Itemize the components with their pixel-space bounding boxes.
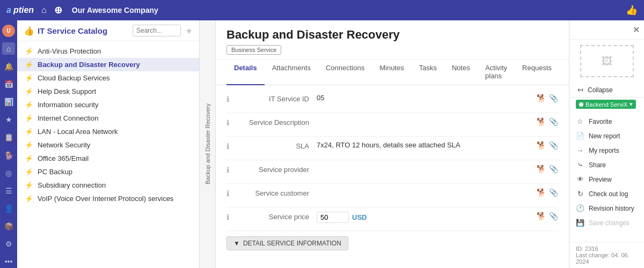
collapse-icon: ↤: [576, 86, 584, 94]
rail-chart-icon[interactable]: 📊: [2, 96, 15, 108]
catalog-item-icon: ⚡: [25, 114, 33, 122]
vertical-tab-label[interactable]: Backup and Disaster Recovery: [204, 103, 211, 184]
catalog-search-input[interactable]: [133, 25, 181, 36]
field-link-icon[interactable]: 🐕: [537, 117, 546, 126]
field-info-icon[interactable]: ℹ: [226, 118, 237, 127]
catalog-item[interactable]: ⚡PC Backup: [17, 165, 199, 178]
catalog-item[interactable]: ⚡Backup and Disaster Recovery: [17, 58, 199, 71]
collapse-action[interactable]: ↤ Collapse: [569, 83, 644, 98]
catalog-item-icon: ⚡: [25, 87, 33, 95]
rail-calendar-icon[interactable]: 📅: [2, 78, 15, 90]
catalog-title: 👍 IT Service Catalog: [24, 26, 128, 36]
right-panel: ✕ 🖼 ↤ Collapse Backend ServiX ▾ ☆Favorit…: [569, 20, 644, 268]
rp-action-my-reports[interactable]: →My reports: [569, 143, 644, 158]
tab-details[interactable]: Details: [226, 59, 265, 85]
meta-change: Last change: 04. 06. 2024: [576, 252, 638, 265]
price-input[interactable]: [317, 212, 349, 223]
catalog-item[interactable]: ⚡Subsidiary connection: [17, 178, 199, 192]
field-link-icon[interactable]: 🐕: [537, 94, 546, 102]
catalog-item[interactable]: ⚡LAN - Local Area Network: [17, 125, 199, 138]
catalog-item-label: Subsidiary connection: [38, 181, 106, 189]
rp-action-icon: 💾: [576, 219, 584, 227]
top-nav: aptien ⌂ ⊕ Our Awesome Company 👍: [0, 0, 644, 20]
tab-requests[interactable]: Requests: [515, 59, 559, 85]
field-label: SLA: [241, 141, 317, 150]
rail-box-icon[interactable]: 📦: [2, 220, 15, 233]
field-info-icon[interactable]: ℹ: [226, 189, 237, 198]
rp-action-label: Revision history: [589, 205, 634, 212]
close-button[interactable]: ✕: [633, 25, 640, 35]
tab-tasks[interactable]: Tasks: [412, 59, 444, 85]
field-attach-icon[interactable]: 📎: [549, 94, 558, 102]
catalog-item-label: Cloud Backup Services: [38, 74, 109, 82]
logo: aptien: [6, 5, 34, 15]
field-value-area: [317, 117, 532, 130]
collapse-label: Collapse: [588, 86, 613, 94]
rail-star-icon[interactable]: ★: [2, 114, 15, 126]
catalog-item[interactable]: ⚡Network Security: [17, 138, 199, 152]
field-value-area: 7x24, RTO 12 hours, details see attached…: [317, 141, 532, 154]
field-attach-icon[interactable]: 📎: [549, 188, 558, 197]
field-value: 05: [317, 94, 324, 102]
catalog-title-text: IT Service Catalog: [38, 26, 107, 35]
rail-list-icon[interactable]: ☰: [2, 184, 15, 197]
tab-minutes[interactable]: Minutes: [372, 59, 412, 85]
catalog-item-icon: ⚡: [25, 168, 33, 176]
field-attach-icon[interactable]: 📎: [549, 212, 558, 220]
rp-action-new-report[interactable]: 📄New report: [569, 129, 644, 143]
field-info-icon[interactable]: ℹ: [226, 166, 237, 174]
rail-bell-icon[interactable]: 🔔: [2, 60, 15, 72]
catalog-item-icon: ⚡: [25, 141, 33, 149]
field-link-icon[interactable]: 🐕: [537, 212, 546, 220]
tab-activity-plans[interactable]: Activity plans: [478, 59, 515, 85]
rp-action-share[interactable]: ⤷Share: [569, 158, 644, 172]
icon-rail: U ⌂ 🔔 📅 📊 ★ 📋 🐕 ◎ ☰ 👤 📦 ⚙ •••: [0, 20, 17, 268]
catalog-item-icon: ⚡: [25, 154, 33, 162]
rail-more-icon[interactable]: •••: [2, 256, 15, 268]
home-icon[interactable]: ⌂: [41, 5, 47, 15]
field-info-icon[interactable]: ℹ: [226, 213, 237, 221]
field-attach-icon[interactable]: 📎: [549, 165, 558, 173]
catalog-item[interactable]: ⚡Information security: [17, 98, 199, 111]
detail-service-button[interactable]: ▼DETAIL SERVICE INFORMATION: [226, 236, 348, 250]
rail-doc-icon[interactable]: 📋: [2, 131, 15, 144]
rail-home-icon[interactable]: ⌂: [2, 42, 15, 55]
tab-attachments[interactable]: Attachments: [265, 59, 318, 85]
backend-label: Backend ServiX: [586, 101, 627, 108]
field-info-icon[interactable]: ℹ: [226, 95, 237, 103]
catalog-item[interactable]: ⚡Internet Connection: [17, 111, 199, 125]
catalog-header: 👍 IT Service Catalog ★: [17, 20, 199, 41]
user-avatar[interactable]: U: [2, 25, 15, 37]
rp-action-favorite[interactable]: ☆Favorite: [569, 114, 644, 129]
field-value-area: [317, 165, 532, 177]
field-info-icon[interactable]: ℹ: [226, 142, 237, 151]
rp-action-preview[interactable]: 👁Preview: [569, 172, 644, 187]
rail-dog-icon[interactable]: 🐕: [2, 149, 15, 161]
rp-action-label: New report: [589, 132, 620, 140]
rp-action-label: Save changes: [589, 219, 630, 227]
rp-action-revision-history[interactable]: 🕐Revision history: [569, 201, 644, 215]
catalog-item[interactable]: ⚡Help Desk Support: [17, 85, 199, 98]
field-link-icon[interactable]: 🐕: [537, 165, 546, 173]
field-link-icon[interactable]: 🐕: [537, 141, 546, 150]
catalog-star-icon[interactable]: ★: [185, 26, 193, 36]
field-label: Service Description: [241, 117, 317, 126]
rail-settings-icon[interactable]: ⚙: [2, 238, 15, 250]
tab-connections[interactable]: Connections: [318, 59, 372, 85]
catalog-item[interactable]: ⚡Anti-Virus Protection: [17, 44, 199, 58]
rail-person-icon[interactable]: 👤: [2, 202, 15, 214]
rail-circle-icon[interactable]: ◎: [2, 167, 15, 179]
rp-action-check-out-log[interactable]: ↻Check out log: [569, 187, 644, 201]
tab-notes[interactable]: Notes: [444, 59, 478, 85]
catalog-item[interactable]: ⚡Cloud Backup Services: [17, 71, 199, 85]
business-service-badge: Business Service: [226, 45, 281, 55]
image-placeholder: 🖼: [580, 45, 634, 77]
field-attach-icon[interactable]: 📎: [549, 117, 558, 126]
add-icon[interactable]: ⊕: [54, 4, 62, 16]
backend-badge[interactable]: Backend ServiX ▾: [576, 100, 636, 109]
field-attach-icon[interactable]: 📎: [549, 141, 558, 150]
catalog-item[interactable]: ⚡Office 365/Email: [17, 152, 199, 165]
catalog-item[interactable]: ⚡VoIP (Voice Over Internet Protocol) ser…: [17, 192, 199, 205]
price-unit: USD: [352, 213, 367, 221]
field-link-icon[interactable]: 🐕: [537, 188, 546, 197]
